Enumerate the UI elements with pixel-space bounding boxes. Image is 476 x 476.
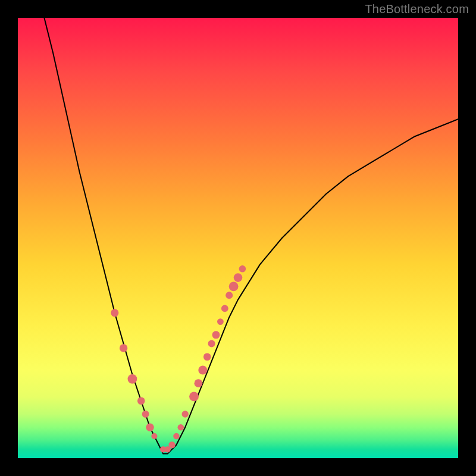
- sample-dot: [234, 273, 243, 282]
- sample-dot: [189, 392, 199, 402]
- sample-dot: [198, 366, 207, 375]
- chart-frame: TheBottleneck.com: [0, 0, 476, 476]
- sample-dot: [128, 374, 137, 384]
- curve-layer: [18, 18, 458, 458]
- sample-dot: [217, 318, 224, 325]
- sample-dot: [195, 379, 203, 387]
- dots-group: [111, 265, 246, 453]
- sample-dot: [111, 309, 118, 317]
- sample-dot: [182, 411, 189, 417]
- sample-dot: [208, 340, 215, 347]
- sample-dot: [212, 331, 220, 339]
- sample-dot: [120, 344, 127, 352]
- sample-dot: [168, 441, 175, 448]
- plot-area: [18, 18, 458, 458]
- sample-dot: [221, 305, 228, 312]
- sample-dot: [146, 424, 154, 431]
- sample-dot: [178, 424, 184, 431]
- sample-dot: [151, 433, 157, 439]
- bottleneck-curve: [44, 18, 458, 454]
- watermark-text: TheBottleneck.com: [365, 2, 469, 16]
- sample-dot: [229, 282, 239, 292]
- sample-dot: [226, 292, 233, 299]
- sample-dot: [142, 411, 149, 418]
- sample-dot: [173, 433, 179, 439]
- sample-dot: [203, 353, 211, 361]
- sample-dot: [239, 265, 246, 273]
- sample-dot: [137, 397, 145, 405]
